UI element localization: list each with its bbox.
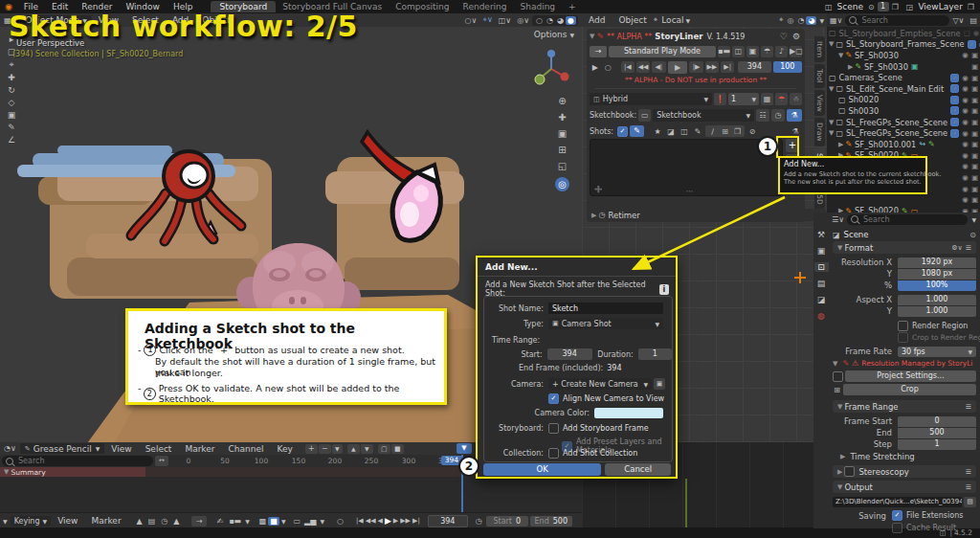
eyedropper-icon[interactable]: ✎ bbox=[692, 127, 703, 136]
play-button[interactable]: ▶ bbox=[385, 516, 391, 526]
tab-shading[interactable]: Shading bbox=[514, 2, 563, 11]
aspect-x-field[interactable]: 1.000 bbox=[898, 295, 976, 305]
filter-funnel-icon[interactable]: ▽∨ bbox=[949, 16, 967, 25]
summary-channel[interactable]: ▼ Summary bbox=[0, 467, 145, 477]
menu-view[interactable]: View bbox=[51, 516, 84, 526]
user-icon[interactable]: ☂ bbox=[761, 46, 773, 57]
shot-type-dropdown[interactable]: ▣ Camera Shot ▼ bbox=[548, 318, 663, 329]
panel-menu-icon[interactable]: ☰ bbox=[966, 483, 971, 491]
hide-eye-icon[interactable]: ◉ bbox=[962, 106, 969, 115]
camera-dropdown[interactable]: + Create New Camera ▼ bbox=[548, 378, 652, 390]
tab-viewlayer-icon[interactable]: ▤ bbox=[817, 279, 826, 288]
outliner-row[interactable]: ▼ ▢ SL_Storyboard_Frames_Scene ✓◉▣ bbox=[829, 39, 978, 51]
filter-dropdown-icon[interactable]: ▼ bbox=[279, 518, 288, 525]
scale-tool-icon[interactable]: ◇ bbox=[3, 98, 20, 107]
render-icon[interactable]: ◫ bbox=[732, 46, 745, 57]
outliner-row[interactable]: ▶ ✎ SF_Sh0030 ▣ ▣ bbox=[829, 61, 978, 73]
folder-browse-icon[interactable]: ▧ bbox=[964, 497, 976, 507]
expand-icon[interactable]: ▼ bbox=[829, 119, 834, 126]
hide-eye-icon[interactable]: ◉ bbox=[962, 51, 969, 59]
outliner-search-input[interactable] bbox=[859, 15, 930, 26]
jump-end-button[interactable]: ▶| bbox=[721, 61, 734, 73]
menu-edit[interactable]: Edit bbox=[45, 2, 75, 11]
render-camera-icon[interactable]: ▣ bbox=[971, 62, 978, 71]
shading-material-icon[interactable]: ◕ bbox=[806, 16, 816, 25]
start-field[interactable]: 394 bbox=[547, 348, 592, 360]
render-camera-icon[interactable]: ▣ bbox=[971, 129, 978, 138]
properties-filter-icon[interactable]: ☰∨ bbox=[829, 215, 847, 224]
measure-tool-icon[interactable]: ∠ bbox=[3, 135, 20, 145]
hide-eye-icon[interactable]: ◉ bbox=[962, 96, 969, 104]
exclude-checkbox[interactable]: ▢ bbox=[964, 29, 970, 37]
menu-view[interactable]: View bbox=[104, 444, 138, 454]
tools-toggle-icon[interactable]: ⚗ bbox=[787, 109, 802, 122]
chart-icon[interactable]: ▂▅ bbox=[302, 517, 318, 526]
options-button[interactable]: Options▼ bbox=[534, 30, 574, 39]
scene-user-count[interactable]: 1 bbox=[878, 2, 889, 11]
file-extensions-checkbox[interactable]: ✓ bbox=[892, 510, 902, 521]
pivot-icon[interactable]: ◎ bbox=[785, 16, 795, 25]
viewlayer-copy-icon[interactable]: ❐ bbox=[968, 3, 974, 11]
overlays-icon[interactable]: ◫∨ bbox=[496, 16, 514, 25]
frame-step-field[interactable]: 1 bbox=[898, 439, 976, 450]
resolution-y-field[interactable]: 1080 px bbox=[898, 269, 976, 280]
hide-eye-icon[interactable]: ◉ bbox=[962, 195, 969, 204]
play-small-icon[interactable]: ▶ bbox=[590, 63, 600, 72]
shading-material-icon[interactable]: ◕ bbox=[555, 16, 566, 25]
navigation-gizmo[interactable] bbox=[532, 50, 570, 88]
render-camera-icon[interactable]: ▣ bbox=[971, 195, 978, 204]
hide-eye-icon[interactable]: ◉ bbox=[962, 84, 969, 93]
frame-start-field[interactable]: Start0 bbox=[486, 516, 528, 527]
hide-eye-icon[interactable]: ◉ bbox=[962, 140, 969, 148]
current-frame-field[interactable]: 394 bbox=[738, 61, 770, 73]
record-icon[interactable]: ○ bbox=[602, 63, 612, 72]
prev-frame-button[interactable]: ◀ bbox=[378, 517, 383, 525]
hide-eye-icon[interactable]: ◉ bbox=[962, 185, 969, 193]
count-spinner[interactable]: 1▼ bbox=[728, 93, 759, 105]
menu-add[interactable]: Add bbox=[582, 15, 612, 25]
scene-pin-icon[interactable]: ⊙ bbox=[868, 3, 875, 11]
next-keyframe-button[interactable]: ▶▶ bbox=[705, 61, 719, 73]
render-camera-icon[interactable]: ▣ bbox=[971, 151, 978, 160]
proportional-key-icon[interactable]: ■ bbox=[268, 517, 279, 526]
file-badge-icon[interactable]: ▭ bbox=[292, 517, 303, 526]
format-panel-header[interactable]: ▼Format ⚙∨ ☰ bbox=[833, 241, 976, 254]
expand-icon[interactable]: ▼ bbox=[829, 85, 834, 93]
menu-key[interactable]: Key bbox=[270, 444, 299, 454]
gizmos-icon[interactable]: ◎∨ bbox=[514, 16, 532, 25]
menu-channel[interactable]: Channel bbox=[222, 444, 271, 454]
layout-mode-dropdown[interactable]: ◫ Hybrid ▼ bbox=[590, 93, 712, 105]
prev-keyframe-button[interactable]: ◀◀ bbox=[366, 517, 376, 525]
display-mode-icon[interactable]: ▦∨ bbox=[827, 16, 845, 25]
cursor-tool-icon[interactable]: ⌖ bbox=[3, 59, 20, 70]
camera-icon[interactable]: ▶▢ bbox=[790, 46, 802, 57]
current-frame-field[interactable]: 394 bbox=[428, 515, 468, 527]
menu-render[interactable]: Render bbox=[75, 2, 119, 11]
frame-end-field[interactable]: End500 bbox=[530, 516, 572, 527]
exclude-checkbox[interactable]: ✓ bbox=[950, 84, 959, 93]
menu-marker[interactable]: Marker bbox=[84, 516, 127, 526]
sketchbook-dropdown[interactable]: Sketchbook ▼ bbox=[653, 109, 754, 122]
camera-extra-button[interactable]: ▣ bbox=[654, 378, 665, 390]
range-field[interactable]: 100 bbox=[773, 61, 802, 73]
output-path-field[interactable]: Z:\3D\Blender\Quick...e\Sketch_00394.png bbox=[833, 497, 962, 507]
exclude-checkbox[interactable]: ✓ bbox=[968, 40, 976, 49]
move-channel-down-button[interactable]: ▼ bbox=[361, 444, 373, 454]
outliner-row[interactable]: ▼ ▢ SL_FreeGPs_Scene_Scene ✓◉▣ bbox=[829, 127, 978, 139]
draw-pencil-button[interactable]: ✎ bbox=[630, 125, 644, 137]
render-region-checkbox[interactable] bbox=[898, 321, 908, 331]
tab-render-icon[interactable]: ▣ bbox=[817, 246, 826, 256]
zoom-view-icon[interactable]: ⊕ bbox=[558, 96, 566, 106]
move-tool-icon[interactable]: ✚ bbox=[3, 73, 20, 82]
scene-copy-icon[interactable]: ❐ bbox=[892, 3, 899, 11]
keying-set-icon[interactable]: ▤ bbox=[145, 517, 159, 526]
expand-icon[interactable]: ▼ bbox=[829, 40, 834, 48]
duplicate-frame-icon[interactable]: ❐ bbox=[732, 127, 743, 136]
tab-world-icon[interactable]: ◍ bbox=[817, 311, 825, 321]
jump-start-button[interactable]: |◀ bbox=[621, 61, 635, 73]
link-icon[interactable]: ⊘ bbox=[746, 127, 758, 136]
outliner-row[interactable]: ▼ ▢ SL_FreeGPs_Scene_Scene ✓◉▣ bbox=[829, 117, 978, 128]
crop-region-checkbox[interactable] bbox=[898, 332, 908, 343]
panel-menu-icon[interactable]: ☰ bbox=[966, 403, 971, 411]
pin-shot-icon[interactable]: ★ bbox=[652, 127, 663, 136]
